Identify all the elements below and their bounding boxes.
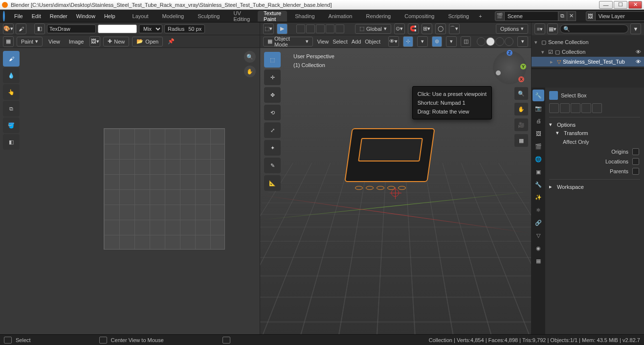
image-menu[interactable]: Image bbox=[66, 38, 87, 46]
editor-type-3d-button[interactable]: ⬚▾ bbox=[263, 23, 274, 34]
tab-layout[interactable]: Layout bbox=[127, 11, 155, 22]
ptab-material[interactable]: ◉ bbox=[533, 242, 544, 254]
tool-transform[interactable]: ✦ bbox=[264, 140, 281, 156]
zoom-nav-icon[interactable]: 🔍 bbox=[514, 87, 528, 100]
color-picker[interactable] bbox=[98, 24, 137, 33]
tool-cursor[interactable]: ✛ bbox=[264, 69, 281, 85]
tool-mask[interactable]: ◧ bbox=[3, 134, 20, 150]
perspective-nav-icon[interactable]: ▦ bbox=[514, 134, 528, 147]
tab-uv-editing[interactable]: UV Editing bbox=[227, 11, 256, 22]
tab-compositing[interactable]: Compositing bbox=[399, 11, 440, 22]
scene-delete-button[interactable]: ✕ bbox=[567, 11, 576, 21]
outliner-row-scene-collection[interactable]: ▾▢ Scene Collection bbox=[532, 37, 644, 47]
tool-clone[interactable]: ⧉ bbox=[3, 101, 20, 116]
ptab-scene[interactable]: 🎬 bbox=[533, 140, 544, 152]
menu-render[interactable]: Render bbox=[45, 13, 72, 19]
outliner-search-input[interactable]: 🔍 bbox=[560, 24, 628, 33]
tab-scripting[interactable]: Scripting bbox=[442, 11, 475, 22]
outliner-type-button[interactable]: ≡▾ bbox=[534, 23, 545, 34]
outliner-row-collection[interactable]: ▾☑▢ Collection 👁 bbox=[532, 47, 644, 57]
select-menu-3d[interactable]: Select bbox=[333, 39, 348, 45]
overlay-toggle-icon[interactable]: ⊚ bbox=[432, 36, 443, 47]
eye-icon[interactable]: 👁 bbox=[636, 59, 641, 65]
model-object[interactable] bbox=[338, 121, 441, 200]
maximize-button[interactable]: ☐ bbox=[614, 1, 627, 9]
ptab-physics[interactable]: ⚛ bbox=[533, 204, 544, 216]
tab-animation[interactable]: Animation bbox=[323, 11, 358, 22]
viewlayer-name-input[interactable] bbox=[596, 11, 644, 21]
zoom-icon[interactable]: 🔍 bbox=[244, 51, 256, 63]
ptab-output[interactable]: 🖨 bbox=[533, 115, 544, 127]
blender-icon[interactable] bbox=[3, 11, 5, 22]
brush-name-input[interactable] bbox=[47, 24, 96, 33]
tool-scale[interactable]: ⤢ bbox=[264, 122, 281, 138]
cursor-tool-icon[interactable]: ▶ bbox=[277, 23, 288, 34]
tab-texture-paint[interactable]: Texture Paint bbox=[258, 11, 287, 22]
shading-mode-icons[interactable] bbox=[477, 37, 513, 46]
pin-icon[interactable]: 📌 bbox=[166, 36, 177, 47]
shading-options-icon[interactable]: ▾ bbox=[517, 36, 528, 47]
menu-help[interactable]: Help bbox=[100, 13, 120, 19]
ptab-world[interactable]: 🌐 bbox=[533, 153, 544, 165]
gizmo-z-axis[interactable]: Z bbox=[507, 50, 512, 56]
tool-soften[interactable]: 💧 bbox=[3, 68, 20, 83]
snap-type-icon[interactable]: ⊞▾ bbox=[422, 23, 432, 34]
tool-draw[interactable]: 🖌 bbox=[3, 51, 20, 67]
parents-checkbox-row[interactable]: Parents bbox=[563, 166, 640, 176]
gizmo-toggle-icon[interactable]: ⊹ bbox=[403, 36, 414, 47]
overlay-options-icon[interactable]: ▾ bbox=[446, 36, 457, 47]
menu-file[interactable]: File bbox=[10, 13, 27, 19]
tool-annotate[interactable]: ✎ bbox=[264, 158, 281, 173]
tab-rendering[interactable]: Rendering bbox=[360, 11, 397, 22]
options-section-header[interactable]: ▾Options bbox=[549, 120, 640, 129]
gizmo-y-axis[interactable]: Y bbox=[520, 64, 526, 69]
outliner-filter-button[interactable]: ▼ bbox=[630, 23, 641, 34]
minimize-button[interactable]: — bbox=[599, 1, 613, 9]
snap-icon[interactable]: 🧲 bbox=[408, 23, 419, 34]
proportional-icon[interactable]: ◯ bbox=[435, 23, 446, 34]
menu-window[interactable]: Window bbox=[72, 13, 100, 19]
orientation-select[interactable]: ⬚ Global ▾ bbox=[355, 24, 391, 34]
ptab-constraints[interactable]: 🔗 bbox=[533, 217, 544, 229]
tool-smear[interactable]: 👆 bbox=[3, 84, 20, 100]
options-menu[interactable]: Options ▾ bbox=[496, 24, 528, 34]
close-button[interactable]: ✕ bbox=[628, 1, 642, 9]
transform-section-header[interactable]: ▾Transform bbox=[556, 129, 640, 137]
gizmo-x-axis[interactable]: X bbox=[518, 76, 524, 82]
new-image-button[interactable]: ✚ New bbox=[103, 37, 129, 46]
pivot-icon[interactable]: ⊙▾ bbox=[394, 23, 405, 34]
ptab-object[interactable]: ▣ bbox=[533, 166, 544, 178]
select-mode-icons[interactable] bbox=[296, 24, 344, 33]
tool-fill[interactable]: 🪣 bbox=[3, 117, 20, 133]
tool-select-box[interactable]: ⬚ bbox=[264, 52, 281, 68]
tab-modeling[interactable]: Modeling bbox=[156, 11, 190, 22]
scene-new-button[interactable]: ⧉ bbox=[558, 11, 567, 21]
ptab-modifier[interactable]: 🔧 bbox=[533, 179, 544, 190]
image-editor-canvas[interactable]: 🖌 💧 👆 ⧉ 🪣 ◧ 🔍 ✋ bbox=[0, 48, 260, 334]
xray-icon[interactable]: ◫ bbox=[461, 36, 471, 47]
origins-checkbox-row[interactable]: Origins bbox=[563, 147, 640, 157]
tab-sculpting[interactable]: Sculpting bbox=[192, 11, 225, 22]
scene-name-input[interactable] bbox=[505, 11, 558, 21]
view-menu[interactable]: View bbox=[45, 38, 63, 46]
ptab-data[interactable]: ▽ bbox=[533, 230, 544, 241]
add-menu-3d[interactable]: Add bbox=[352, 39, 361, 45]
outliner-row-object[interactable]: ▸▽ Stainless_Steel_Test_Tub 👁 bbox=[532, 57, 644, 67]
editor-type-button[interactable]: 🎨▾ bbox=[3, 23, 14, 34]
tool-rotate[interactable]: ⟲ bbox=[264, 105, 281, 120]
radius-value[interactable]: 50 px bbox=[188, 26, 201, 32]
workspace-section-header[interactable]: ▸Workspace bbox=[549, 183, 640, 191]
select-mode-row[interactable] bbox=[549, 103, 640, 113]
paint-menu[interactable]: Paint▾ bbox=[17, 37, 43, 46]
paint-mode-brush-icon[interactable]: 🖌 bbox=[16, 23, 26, 34]
outliner-display-button[interactable]: ▦▾ bbox=[547, 23, 558, 34]
viewport-canvas[interactable]: User Perspective (1) Collection ⬚ ✛ ✥ ⟲ … bbox=[260, 48, 531, 334]
tab-shading[interactable]: Shading bbox=[289, 11, 320, 22]
pan-nav-icon[interactable]: ✋ bbox=[514, 103, 528, 115]
eye-icon[interactable]: 👁 bbox=[636, 49, 641, 55]
pan-icon[interactable]: ✋ bbox=[244, 66, 256, 77]
tool-move[interactable]: ✥ bbox=[264, 87, 281, 103]
brush-browse-icon[interactable]: ◧ bbox=[34, 23, 45, 34]
navigation-gizmo[interactable]: Z Y X bbox=[493, 51, 526, 84]
add-workspace-button[interactable]: + bbox=[476, 13, 485, 19]
